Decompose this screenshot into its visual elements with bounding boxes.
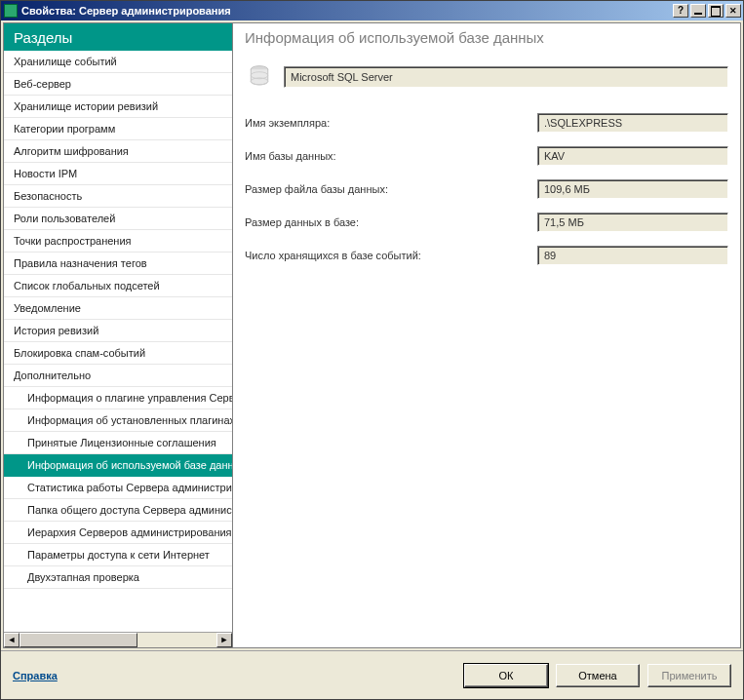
sidebar-item[interactable]: Папка общего доступа Сервера администрир… <box>4 499 232 522</box>
sidebar-item[interactable]: Параметры доступа к сети Интернет <box>4 544 232 566</box>
sidebar-item[interactable]: Алгоритм шифрования <box>4 140 232 163</box>
db-type-value: Microsoft SQL Server <box>284 66 728 88</box>
minimize-button[interactable] <box>690 4 706 18</box>
field-value: 71,5 МБ <box>537 213 728 232</box>
sidebar-header: Разделы <box>4 23 232 51</box>
scroll-left-icon[interactable]: ◄ <box>4 633 20 647</box>
sidebar-item[interactable]: Роли пользователей <box>4 208 232 230</box>
sidebar-item[interactable]: Дополнительно <box>4 365 232 387</box>
sidebar-item[interactable]: Двухэтапная проверка <box>4 566 232 589</box>
sidebar-item[interactable]: Новости IPM <box>4 163 232 185</box>
help-link[interactable]: Справка <box>13 670 58 681</box>
sidebar-item[interactable]: Блокировка спам-событий <box>4 342 232 365</box>
sidebar-item[interactable]: Статистика работы Сервера администрирова… <box>4 477 232 499</box>
titlebar: Свойства: Сервер администрирования <box>1 1 743 20</box>
field-label: Размер данных в базе: <box>245 216 537 228</box>
sidebar-item[interactable]: Информация о плагине управления Сервером <box>4 387 232 409</box>
sidebar-item[interactable]: Веб-сервер <box>4 73 232 96</box>
field-label: Размер файла базы данных: <box>245 183 537 195</box>
sidebar-item[interactable]: Безопасность <box>4 185 232 208</box>
field-value: .\SQLEXPRESS <box>537 113 728 133</box>
sidebar-list: Хранилище событийВеб-серверХранилище ист… <box>4 51 232 647</box>
field-label: Имя базы данных: <box>245 150 537 162</box>
sidebar-item[interactable]: Точки распространения <box>4 230 232 253</box>
sidebar-item[interactable]: История ревизий <box>4 320 232 342</box>
app-icon <box>4 4 18 18</box>
sidebar-item[interactable]: Информация об используемой базе данных <box>4 454 232 477</box>
field-value: KAV <box>537 146 728 166</box>
help-button[interactable] <box>673 4 688 18</box>
field-row: Имя экземпляра:.\SQLEXPRESS <box>245 113 728 133</box>
sidebar-item[interactable]: Правила назначения тегов <box>4 253 232 275</box>
scroll-track[interactable] <box>20 633 216 647</box>
close-button[interactable] <box>725 4 741 18</box>
sidebar-items: Хранилище событийВеб-серверХранилище ист… <box>4 51 232 632</box>
field-label: Число хранящихся в базе событий: <box>245 250 537 261</box>
sidebar: Разделы Хранилище событийВеб-серверХрани… <box>4 23 233 647</box>
field-row: Число хранящихся в базе событий:89 <box>245 246 728 265</box>
main-panel: Информация об используемой базе данных M… <box>233 23 740 647</box>
footer: Справка ОК Отмена Применить <box>1 650 743 699</box>
field-value: 109,6 МБ <box>537 179 728 199</box>
field-row: Размер файла базы данных:109,6 МБ <box>245 179 728 199</box>
sidebar-item[interactable]: Принятые Лицензионные соглашения <box>4 432 232 454</box>
window-buttons <box>673 4 741 18</box>
apply-button[interactable]: Применить <box>647 664 731 687</box>
field-value: 89 <box>537 246 728 265</box>
sidebar-item[interactable]: Категории программ <box>4 118 232 140</box>
db-type-row: Microsoft SQL Server <box>233 51 740 107</box>
sidebar-item[interactable]: Хранилище истории ревизий <box>4 96 232 118</box>
sidebar-item[interactable]: Иерархия Серверов администрирования <box>4 522 232 544</box>
sidebar-item[interactable]: Список глобальных подсетей <box>4 275 232 297</box>
sidebar-hscrollbar[interactable]: ◄ ► <box>4 632 232 647</box>
field-row: Имя базы данных:KAV <box>245 146 728 166</box>
body-area: Разделы Хранилище событийВеб-серверХрани… <box>3 22 741 648</box>
sidebar-item[interactable]: Информация об установленных плагинах упр… <box>4 409 232 432</box>
window-title: Свойства: Сервер администрирования <box>21 5 673 17</box>
properties-window: Свойства: Сервер администрирования Разде… <box>0 0 744 700</box>
scroll-right-icon[interactable]: ► <box>216 633 232 647</box>
sidebar-item[interactable]: Хранилище событий <box>4 51 232 73</box>
field-row: Размер данных в базе:71,5 МБ <box>245 213 728 232</box>
fields-area: Имя экземпляра:.\SQLEXPRESSИмя базы данн… <box>233 107 740 271</box>
ok-button[interactable]: ОК <box>464 664 548 687</box>
database-icon <box>245 62 274 92</box>
scroll-thumb[interactable] <box>20 633 137 647</box>
sidebar-item[interactable]: Уведомление <box>4 297 232 320</box>
field-label: Имя экземпляра: <box>245 117 537 129</box>
cancel-button[interactable]: Отмена <box>556 664 640 687</box>
maximize-button[interactable] <box>708 4 724 18</box>
main-header: Информация об используемой базе данных <box>233 23 740 51</box>
